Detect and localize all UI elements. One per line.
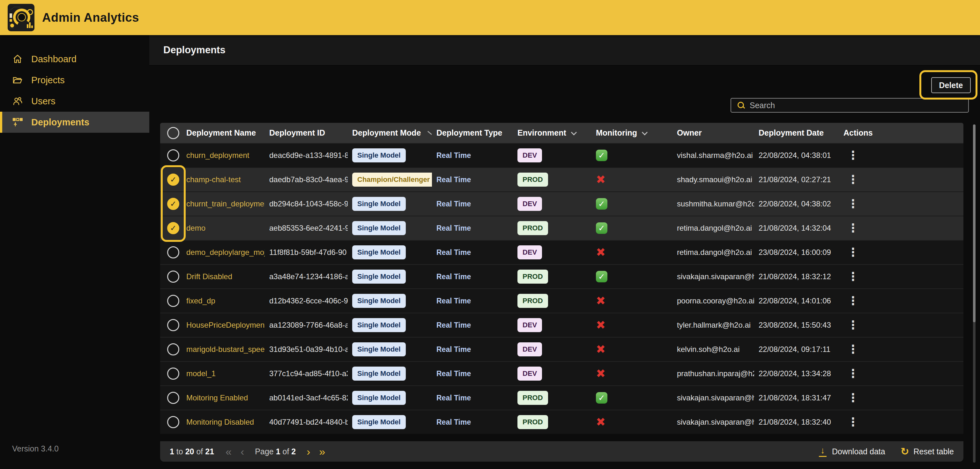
mode-pill: Single Model (352, 197, 406, 211)
row-checkbox[interactable] (167, 295, 179, 307)
delete-button[interactable]: Delete (931, 77, 971, 93)
column-header-deployment-type[interactable]: Deployment Type (432, 128, 513, 138)
actions-cell: ⋮ (839, 246, 963, 258)
first-page-button[interactable]: « (223, 446, 234, 457)
column-header-deployment-date[interactable]: Deployment Date (754, 128, 839, 138)
column-header-deployment-mode[interactable]: Deployment Mode (348, 128, 432, 138)
row-checkbox[interactable] (167, 416, 179, 428)
deployment-name-link[interactable]: demo_deploylarge_mojo (182, 248, 265, 257)
monitoring-enabled-icon: ✓ (596, 149, 608, 161)
deployment-name-link[interactable]: Drift Disabled (182, 272, 265, 281)
deployments-icon (12, 117, 23, 128)
sidebar-item-deployments[interactable]: Deployments (0, 112, 149, 133)
deployment-mode-cell: Single Model (348, 318, 432, 332)
mode-pill: Single Model (352, 294, 406, 308)
deployment-mode-cell: Single Model (348, 245, 432, 259)
deployment-name-link[interactable]: fixed_dp (182, 296, 265, 305)
column-header-monitoring[interactable]: Monitoring (592, 128, 673, 138)
row-checkbox[interactable] (167, 367, 179, 380)
deployment-name-link[interactable]: marigold-bustard_speec (182, 345, 265, 354)
row-actions-menu-icon[interactable]: ⋮ (843, 198, 859, 210)
users-icon (12, 96, 23, 107)
sidebar-item-users[interactable]: Users (0, 91, 149, 112)
row-select-cell: ✓ (160, 222, 182, 234)
row-actions-menu-icon[interactable]: ⋮ (843, 320, 859, 331)
environment-cell: DEV (513, 342, 592, 356)
row-checkbox[interactable]: ✓ (167, 173, 179, 186)
row-checkbox[interactable] (167, 270, 179, 283)
search-input[interactable] (750, 101, 968, 110)
monitoring-cell: ✖ (592, 246, 673, 258)
table-row: fixed_dp d12b4362-6cce-406c-9 Single Mod… (160, 288, 963, 313)
row-actions-menu-icon[interactable]: ⋮ (843, 368, 859, 379)
deployment-id-cell: db294c84-1043-458c-9 (265, 199, 348, 208)
deployment-name-link[interactable]: HousePriceDeployment (182, 321, 265, 329)
column-header-deployment-name[interactable]: Deployment Name (182, 128, 265, 138)
deployment-date-cell: 21/08/2024, 14:32:04 (754, 224, 839, 232)
monitoring-enabled-icon: ✓ (596, 271, 608, 282)
row-actions-menu-icon[interactable]: ⋮ (843, 392, 859, 404)
row-actions-menu-icon[interactable]: ⋮ (843, 223, 859, 234)
deployment-id-cell: a3a48e74-1234-4186-a (265, 272, 348, 281)
table-row: ✓ champ-chal-test daedb7ab-83c0-4aea-9 C… (160, 167, 963, 191)
deployment-name-link[interactable]: demo (182, 224, 265, 232)
actions-cell: ⋮ (839, 223, 963, 234)
owner-cell: retima.dangol@h2o.ai (673, 248, 754, 257)
row-actions-menu-icon[interactable]: ⋮ (843, 417, 859, 428)
sidebar-item-projects[interactable]: Projects (0, 70, 149, 91)
home-icon (12, 54, 23, 64)
owner-cell: retima.dangol@h2o.ai (673, 224, 754, 232)
download-data-button[interactable]: ↓ Download data (818, 446, 885, 457)
deployment-date-cell: 22/08/2024, 09:17:11 (754, 345, 839, 354)
deployment-type-cell: Real Time (432, 272, 513, 281)
deployment-name-link[interactable]: model_1 (182, 369, 265, 378)
row-checkbox[interactable] (167, 319, 179, 331)
last-page-button[interactable]: » (317, 446, 328, 457)
row-actions-menu-icon[interactable]: ⋮ (843, 343, 859, 355)
mode-pill: Single Model (352, 148, 406, 162)
row-actions-menu-icon[interactable]: ⋮ (843, 149, 859, 161)
deployment-date-cell: 23/08/2024, 16:00:09 (754, 248, 839, 257)
column-header-environment[interactable]: Environment (513, 128, 592, 138)
deployment-mode-cell: Single Model (348, 197, 432, 211)
column-header-owner[interactable]: Owner (673, 128, 754, 138)
scrollbar-thumb[interactable] (973, 124, 975, 322)
row-checkbox[interactable] (167, 246, 179, 258)
deployment-type-cell: Real Time (432, 345, 513, 354)
search-icon (737, 101, 745, 110)
owner-cell: kelvin.soh@h2o.ai (673, 345, 754, 354)
deployment-name-link[interactable]: champ-chal-test (182, 175, 265, 184)
row-checkbox[interactable]: ✓ (167, 222, 179, 234)
sidebar-item-dashboard[interactable]: Dashboard (0, 48, 149, 70)
deployment-name-link[interactable]: churn_deployment (182, 151, 265, 160)
row-count-label: 1 to 20 of 21 (170, 447, 214, 456)
deployment-mode-cell: Single Model (348, 391, 432, 405)
row-checkbox[interactable] (167, 149, 179, 161)
deployment-name-link[interactable]: Monitoring Disabled (182, 418, 265, 426)
deployment-type-cell: Real Time (432, 394, 513, 402)
deployment-name-link[interactable]: Moitoring Enabled (182, 393, 265, 402)
row-actions-menu-icon[interactable]: ⋮ (843, 295, 859, 307)
row-checkbox[interactable] (167, 343, 179, 355)
deployment-mode-cell: Single Model (348, 367, 432, 381)
monitoring-cell: ✖ (592, 295, 673, 307)
page-title-bar: Deployments (149, 35, 980, 66)
row-actions-menu-icon[interactable]: ⋮ (843, 246, 859, 258)
column-header-actions: Actions (839, 128, 963, 138)
row-select-cell (160, 270, 182, 283)
select-all-checkbox[interactable] (167, 127, 179, 139)
env-pill: DEV (517, 197, 542, 211)
deployment-name-link[interactable]: churnt_train_deploymen (182, 199, 265, 208)
owner-cell: prathushan.inparaj@h2o (673, 369, 754, 378)
previous-page-button[interactable]: ‹ (238, 446, 247, 457)
column-header-deployment-id[interactable]: Deployment ID (265, 128, 348, 138)
reset-table-button[interactable]: ↻ Reset table (900, 446, 954, 456)
row-actions-menu-icon[interactable]: ⋮ (843, 271, 859, 282)
next-page-button[interactable]: › (304, 446, 313, 457)
vertical-scrollbar[interactable] (973, 124, 975, 463)
row-actions-menu-icon[interactable]: ⋮ (843, 174, 859, 185)
deployment-id-cell: ab0141ed-3acf-4c65-82 (265, 393, 348, 402)
row-checkbox[interactable]: ✓ (167, 198, 179, 210)
deployment-id-cell: 31d93e51-0a39-4b10-a (265, 345, 348, 354)
row-checkbox[interactable] (167, 392, 179, 404)
